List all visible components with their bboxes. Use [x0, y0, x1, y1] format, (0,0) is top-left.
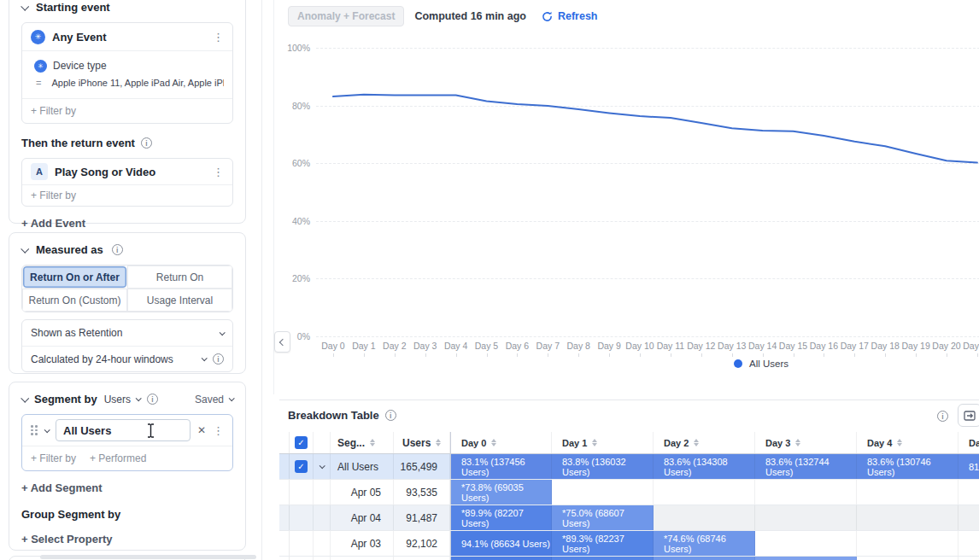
- retention-cell[interactable]: 83.6% (134308 Users): [654, 454, 755, 479]
- retention-cell[interactable]: [552, 557, 654, 560]
- add-filter-button[interactable]: + Filter by: [31, 452, 76, 464]
- x-tick-mark: [763, 353, 764, 357]
- y-tick-label: 80%: [274, 101, 310, 111]
- sort-icon: [592, 439, 597, 446]
- chevron-down-icon[interactable]: [319, 463, 325, 469]
- retention-cell[interactable]: 81.5: [958, 454, 979, 479]
- column-header-day0[interactable]: Day 0: [450, 432, 552, 453]
- retention-cell[interactable]: [450, 557, 552, 560]
- kebab-menu-icon[interactable]: ⋮: [213, 32, 224, 43]
- legend-swatch: [734, 359, 742, 368]
- column-header-day3[interactable]: Day 3: [755, 432, 857, 453]
- column-header-users[interactable]: Users: [394, 432, 450, 453]
- retention-cell[interactable]: 94.1% (86634 Users): [450, 531, 552, 556]
- retention-cell-empty: [654, 505, 755, 530]
- x-tick-mark: [732, 353, 733, 357]
- event-filter[interactable]: ✳ Device type = Apple iPhone 11, Apple i…: [22, 50, 232, 98]
- calculated-by-select[interactable]: Calculated by 24-hour windows i: [22, 346, 232, 371]
- add-filter-button[interactable]: + Filter by: [22, 98, 232, 123]
- add-event-button[interactable]: + Add Event: [21, 217, 233, 230]
- segment-type-value: Users: [104, 394, 131, 405]
- x-tick-mark: [854, 353, 855, 357]
- any-event-row[interactable]: ✳ Any Event ⋮: [22, 23, 232, 50]
- column-header-segment[interactable]: Seg...: [331, 432, 394, 453]
- x-tick-mark: [701, 353, 702, 357]
- segment-name-input[interactable]: All Users: [56, 419, 191, 441]
- table-row[interactable]: [279, 557, 979, 560]
- table-row[interactable]: ✓ All Users 165,499 83.1% (137456 Users)…: [279, 454, 979, 480]
- clear-icon[interactable]: ✕: [197, 424, 206, 436]
- info-icon[interactable]: i: [937, 411, 948, 422]
- table-row[interactable]: Apr 05 93,535 *73.8% (69035 Users): [279, 480, 979, 505]
- retention-cell[interactable]: *74.6% (68746 Users): [654, 531, 755, 556]
- column-header-day1[interactable]: Day 1: [552, 432, 654, 453]
- retention-cell[interactable]: *89.9% (82207 Users): [450, 505, 552, 530]
- return-event-title: Then the return event: [21, 137, 135, 149]
- table-row[interactable]: Apr 04 91,487 *89.9% (82207 Users) *75.0…: [279, 505, 979, 531]
- segment-cell: Apr 04: [331, 505, 394, 530]
- breakdown-titlebar: Breakdown Table i i: [279, 400, 979, 432]
- retention-cell-empty: [857, 557, 958, 560]
- row-checkbox[interactable]: ✓: [295, 460, 308, 473]
- chevron-down-icon: [136, 395, 142, 401]
- info-icon[interactable]: i: [385, 410, 396, 421]
- segment-cell: All Users: [331, 454, 394, 479]
- add-segment-button[interactable]: + Add Segment: [21, 481, 233, 494]
- info-icon[interactable]: i: [112, 244, 123, 255]
- retention-cell[interactable]: 83.8% (136032 Users): [552, 454, 654, 479]
- chart-legend[interactable]: All Users: [734, 359, 788, 369]
- anomaly-forecast-chip[interactable]: Anomaly + Forecast: [288, 6, 404, 26]
- starting-event-card: ✳ Any Event ⋮ ✳ Device type = Apple iPho…: [21, 22, 233, 124]
- column-header-day5[interactable]: Day 5: [958, 432, 979, 453]
- table-row[interactable]: Apr 03 92,102 94.1% (86634 Users) *89.3%…: [279, 531, 979, 557]
- return-event-row[interactable]: A Play Song or Video ⋮: [22, 159, 232, 184]
- retention-cell[interactable]: 83.6% (130746 Users): [857, 454, 958, 479]
- select-all-checkbox[interactable]: ✓: [295, 436, 308, 449]
- select-property-button[interactable]: + Select Property: [21, 533, 233, 545]
- retention-cell[interactable]: [654, 557, 755, 560]
- kebab-menu-icon[interactable]: ⋮: [213, 425, 224, 436]
- measure-option-return-on[interactable]: Return On: [127, 265, 232, 289]
- shown-as-label: Shown as Retention: [31, 327, 122, 339]
- retention-cell-empty: [958, 531, 979, 556]
- saved-segments-select[interactable]: Saved: [195, 394, 233, 405]
- drag-handle-icon[interactable]: [31, 425, 38, 435]
- shown-as-select[interactable]: Shown as Retention: [22, 320, 232, 346]
- retention-cell-empty: [958, 505, 979, 530]
- measured-as-header[interactable]: Measured as i: [21, 243, 233, 256]
- refresh-label: Refresh: [558, 10, 598, 22]
- users-cell: 165,499: [394, 454, 450, 479]
- measure-option-return-on-or-after[interactable]: Return On or After: [22, 265, 127, 289]
- scrollbar-thumb[interactable]: [40, 555, 256, 559]
- retention-cell[interactable]: [755, 557, 857, 560]
- x-tick-mark: [885, 353, 886, 357]
- info-icon[interactable]: i: [141, 137, 152, 149]
- x-tick-mark: [548, 353, 548, 357]
- export-table-button[interactable]: [958, 404, 979, 427]
- retention-cell[interactable]: 83.6% (132744 Users): [755, 454, 857, 479]
- column-header-day4[interactable]: Day 4: [857, 432, 958, 453]
- retention-line-chart[interactable]: [315, 43, 979, 341]
- segment-type-select[interactable]: Users: [104, 394, 140, 405]
- info-icon[interactable]: i: [213, 353, 224, 365]
- starting-event-header[interactable]: Starting event: [21, 1, 233, 14]
- measure-option-usage-interval[interactable]: Usage Interval: [127, 289, 232, 312]
- column-header-day2[interactable]: Day 2: [654, 432, 755, 453]
- measure-option-return-on-custom[interactable]: Return On (Custom): [22, 289, 127, 312]
- refresh-button[interactable]: Refresh: [542, 10, 598, 22]
- retention-cell-empty: [958, 480, 979, 505]
- chart-toolbar: Anomaly + Forecast Computed 16 min ago R…: [288, 6, 598, 26]
- info-icon[interactable]: i: [147, 394, 158, 405]
- collapse-panel-button[interactable]: [274, 331, 290, 353]
- retention-cell[interactable]: *73.8% (69035 Users): [450, 480, 552, 505]
- x-tick-mark: [916, 353, 917, 357]
- add-filter-button[interactable]: + Filter by: [22, 184, 232, 206]
- chevron-down-icon[interactable]: [44, 427, 50, 433]
- kebab-menu-icon[interactable]: ⋮: [213, 166, 224, 178]
- retention-cell-empty: [552, 480, 654, 505]
- add-performed-button[interactable]: + Performed: [90, 452, 146, 464]
- retention-cell[interactable]: 83.1% (137456 Users): [450, 454, 552, 479]
- x-tick-mark: [824, 353, 824, 357]
- retention-cell[interactable]: *75.0% (68607 Users): [552, 505, 654, 530]
- retention-cell[interactable]: *89.3% (82237 Users): [552, 531, 654, 556]
